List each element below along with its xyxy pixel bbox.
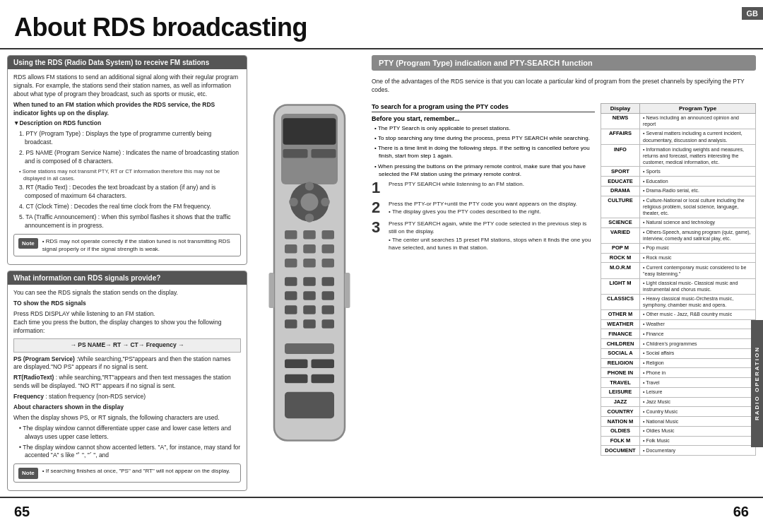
svg-rect-20 [285,278,297,287]
table-cell-display: M.O.R.M [601,263,640,278]
table-cell-program: • Light classical music- Classical music… [640,278,756,294]
svg-point-9 [289,198,298,207]
table-cell-display: DRAMA [601,186,640,196]
table-cell-display: PHONE IN [601,368,640,378]
svg-rect-34 [312,360,335,369]
table-row: TRAVEL• Travel [601,378,756,388]
table-cell-program: • Culture-National or local culture incl… [640,196,756,218]
svg-rect-17 [285,259,297,268]
table-cell-program: • Natural science and technology [640,218,756,227]
table-cell-display: LIGHT M [601,278,640,294]
svg-rect-37 [285,392,334,419]
page: GB About RDS broadcasting Using the RDS … [0,0,763,532]
table-row: LEISURE• Leisure [601,387,756,397]
table-cell-program: • Religion [640,358,756,368]
svg-rect-31 [322,320,335,329]
table-cell-program: • Heavy classical music-Orchestra music,… [640,294,756,309]
svg-point-7 [305,182,314,191]
what-info-header: What information can RDS signals provide… [8,271,247,285]
step-3-text: Press PTY SEARCH again, while the PTY co… [389,220,595,252]
page-num-right: 66 [733,504,749,520]
table-row: NEWS• News including an announced opinio… [601,113,756,129]
svg-rect-15 [303,244,316,254]
svg-rect-39 [345,273,350,308]
note-box-1: Note • RDS may not operate correctly if … [13,234,241,256]
table-cell-display: OTHER M [601,309,640,319]
step-1-text: Press PTY SEARCH while listenning to an … [389,180,524,188]
table-cell-program: • Jazz Music [640,397,756,407]
svg-point-10 [321,198,330,207]
show-desc: Press RDS DISPLAY while listening to an … [13,310,241,336]
note-box-2: Note • If searching finishes at once, "P… [13,463,241,482]
table-row: POP M• Pop music [601,243,756,253]
table-cell-display: CHILDREN [601,339,640,349]
pty-table-wrap: Display Program Type NEWS• News includin… [601,103,756,456]
svg-rect-26 [285,306,297,315]
pty-table: Display Program Type NEWS• News includin… [601,103,756,456]
pty-bullet-3: • There is a time limit in doing the fol… [372,144,595,160]
right-column: PTY (Program Type) indication and PTY-SE… [372,55,756,491]
page-numbers: 65 66 [0,497,763,526]
table-row: RELIGION• Religion [601,358,756,368]
table-cell-display: DOCUMENT [601,446,640,456]
svg-rect-2 [283,119,336,146]
svg-rect-29 [285,320,297,329]
table-cell-program: • Several matters including a current in… [640,129,756,144]
svg-rect-19 [322,259,335,268]
table-cell-display: ROCK M [601,253,640,263]
svg-rect-13 [322,230,335,240]
pty-intro: One of the advantages of the RDS service… [372,78,756,95]
what-info-body: You can see the RDS signals the station … [8,285,247,490]
svg-rect-4 [312,149,336,158]
table-row: DOCUMENT• Documentary [601,446,756,456]
table-cell-program: • Oldies Music [640,426,756,436]
pty-header: PTY (Program Type) indication and PTY-SE… [372,55,756,71]
table-cell-program: • News including an announced opinion an… [640,113,756,129]
step-2: 2 Press the PTY-or PTY+until the PTY cod… [372,200,595,215]
table-row: CLASSICS• Heavy classical music-Orchestr… [601,294,756,309]
using-rds-header: Using the RDS (Radio Data System) to rec… [8,56,247,69]
table-row: M.O.R.M• Current contemporary music cons… [601,263,756,278]
svg-rect-30 [303,320,316,329]
table-row: PHONE IN• Phone in [601,368,756,378]
rds-sub-bullet: • Some stations may not transmit PTY, RT… [19,168,241,182]
svg-rect-24 [303,292,316,301]
table-cell-display: SCIENCE [601,218,640,227]
step-3-num: 3 [372,220,384,235]
svg-point-6 [301,194,319,211]
table-cell-display: OLDIES [601,426,640,436]
chars-desc: When the display shows PS, or RT signals… [13,414,241,422]
svg-rect-25 [322,292,335,301]
table-cell-display: POP M [601,243,640,253]
table-cell-program: • Pop music [640,243,756,253]
using-rds-body: RDS allows FM stations to send an additi… [8,69,247,264]
freq-desc: Frequency : station frequency (non-RDS s… [13,393,241,401]
svg-rect-11 [285,230,297,240]
table-cell-program: • Children's programmes [640,339,756,349]
remote-image [256,96,362,449]
table-cell-display: TRAVEL [601,378,640,388]
svg-rect-27 [303,306,316,315]
step-1: 1 Press PTY SEARCH while listenning to a… [372,180,595,196]
table-row: OLDIES• Oldies Music [601,426,756,436]
using-rds-section: Using the RDS (Radio Data System) to rec… [7,55,247,265]
table-cell-program: • Rock music [640,253,756,263]
pty-remember: Before you start, remember... [372,115,595,122]
remote-area [253,55,366,491]
svg-rect-32 [285,343,334,354]
chars-title: About characters shown in the display [13,403,124,410]
ps-desc: PS (Program Service) :While searching,"P… [13,355,241,372]
page-num-left: 65 [14,504,30,520]
what-info-section: What information can RDS signals provide… [7,271,247,490]
svg-rect-16 [322,244,335,254]
table-cell-program: • Folk Music [640,436,756,446]
table-row: WEATHER• Weather [601,319,756,329]
table-row: ROCK M• Rock music [601,253,756,263]
step-3: 3 Press PTY SEARCH again, while the PTY … [372,220,595,252]
table-cell-display: LEISURE [601,387,640,397]
rds-item-1: 1. PTY (Program Type) : Displays the typ… [19,130,241,147]
svg-rect-14 [285,244,297,254]
table-cell-display: JAZZ [601,397,640,407]
table-header-program: Program Type [640,103,756,113]
table-cell-program: • Country Music [640,407,756,417]
